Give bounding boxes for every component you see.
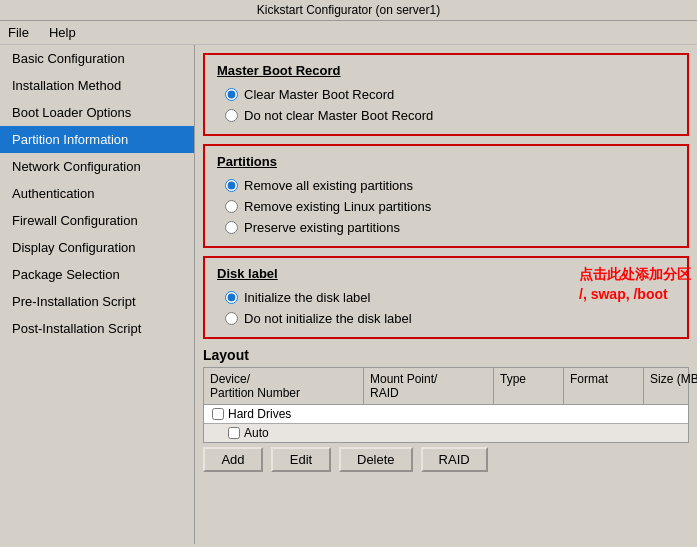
sidebar-item-authentication[interactable]: Authentication <box>0 180 194 207</box>
sidebar-item-post-install[interactable]: Post-Installation Script <box>0 315 194 342</box>
menu-file[interactable]: File <box>4 23 33 42</box>
mbr-option-no-clear[interactable]: Do not clear Master Boot Record <box>217 105 675 126</box>
partition-option-remove-all[interactable]: Remove all existing partitions <box>217 175 675 196</box>
mbr-option-clear[interactable]: Clear Master Boot Record <box>217 84 675 105</box>
menu-help[interactable]: Help <box>45 23 80 42</box>
sidebar-item-installation-method[interactable]: Installation Method <box>0 72 194 99</box>
menu-bar: File Help <box>0 21 697 45</box>
disk-label-section: Disk label Initialize the disk label Do … <box>203 256 689 339</box>
disk-label-title: Disk label <box>217 266 675 281</box>
partitions-section: Partitions Remove all existing partition… <box>203 144 689 248</box>
sidebar-item-network-config[interactable]: Network Configuration <box>0 153 194 180</box>
raid-button[interactable]: RAID <box>421 447 488 472</box>
sidebar-item-boot-loader[interactable]: Boot Loader Options <box>0 99 194 126</box>
col-device: Device/Partition Number <box>204 368 364 404</box>
col-format: Format <box>564 368 644 404</box>
window-title: Kickstart Configurator (on server1) <box>257 3 440 17</box>
add-button[interactable]: Add <box>203 447 263 472</box>
edit-button[interactable]: Edit <box>271 447 331 472</box>
disk-label-option-no-init[interactable]: Do not initialize the disk label <box>217 308 675 329</box>
table-header: Device/Partition Number Mount Point/RAID… <box>204 368 688 405</box>
sidebar-item-display-config[interactable]: Display Configuration <box>0 234 194 261</box>
master-boot-record-section: Master Boot Record Clear Master Boot Rec… <box>203 53 689 136</box>
partition-option-remove-linux[interactable]: Remove existing Linux partitions <box>217 196 675 217</box>
layout-section: Layout Device/Partition Number Mount Poi… <box>203 347 689 472</box>
col-type: Type <box>494 368 564 404</box>
col-mount: Mount Point/RAID <box>364 368 494 404</box>
sidebar-item-basic-config[interactable]: Basic Configuration <box>0 45 194 72</box>
title-bar: Kickstart Configurator (on server1) <box>0 0 697 21</box>
sidebar: Basic Configuration Installation Method … <box>0 45 195 544</box>
partitions-title: Partitions <box>217 154 675 169</box>
layout-title: Layout <box>203 347 689 363</box>
table-row-auto[interactable]: Auto <box>204 423 688 442</box>
delete-button[interactable]: Delete <box>339 447 413 472</box>
content-area: 点击此处添加分区 /, swap, /boot Master Boot Reco… <box>195 45 697 544</box>
disk-label-option-init[interactable]: Initialize the disk label <box>217 287 675 308</box>
buttons-row: Add Edit Delete RAID <box>203 447 689 472</box>
col-size: Size (MB) <box>644 368 697 404</box>
mbr-title: Master Boot Record <box>217 63 675 78</box>
sidebar-item-package-selection[interactable]: Package Selection <box>0 261 194 288</box>
sidebar-item-partition-info[interactable]: Partition Information <box>0 126 194 153</box>
sidebar-item-pre-install[interactable]: Pre-Installation Script <box>0 288 194 315</box>
layout-table: Device/Partition Number Mount Point/RAID… <box>203 367 689 443</box>
table-row-hard-drives[interactable]: Hard Drives <box>204 405 688 423</box>
sidebar-item-firewall-config[interactable]: Firewall Configuration <box>0 207 194 234</box>
partition-option-preserve[interactable]: Preserve existing partitions <box>217 217 675 238</box>
